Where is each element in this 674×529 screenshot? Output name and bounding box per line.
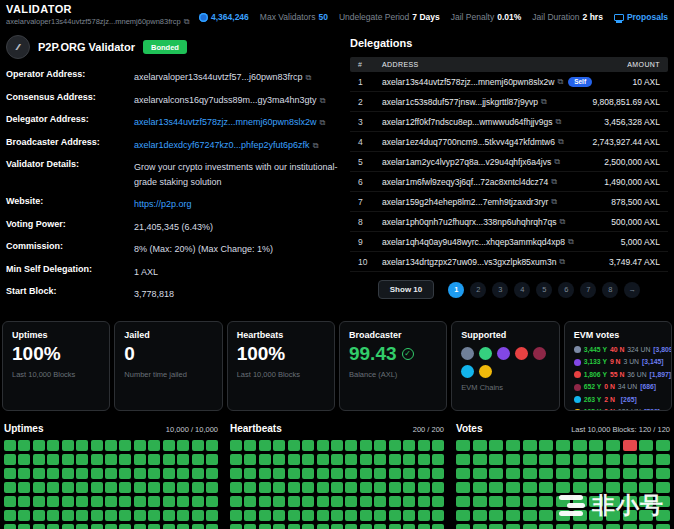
heatmap-cell[interactable] [230,482,242,494]
heatmap-cell[interactable] [403,454,415,466]
heatmap-cell[interactable] [317,510,329,522]
heatmap-cell[interactable] [177,482,189,494]
page-button[interactable]: 4 [514,282,530,298]
delegation-address[interactable]: axelar1ph0qnh7u2fhuqrx...338np6uhqhrqh7q… [382,217,556,227]
heatmap-cell[interactable] [456,454,470,466]
heatmap-cell[interactable] [119,482,131,494]
delegation-address[interactable]: axelar12ff0kf7ndscu8ep...wmwwud64fhjjv9g… [382,117,552,127]
heatmap-cell[interactable] [76,454,88,466]
heatmap-cell[interactable] [288,440,300,452]
heatmap-cell[interactable] [33,454,45,466]
delegation-address[interactable]: axelar13s44uvtzf578zjz...mnemj60pwn8slx2… [382,77,554,87]
page-button[interactable]: 7 [580,282,596,298]
heatmap-cell[interactable] [456,468,470,480]
heatmap-cell[interactable] [302,524,314,529]
heatmap-cell[interactable] [4,482,16,494]
heatmap-cell[interactable] [539,496,553,508]
heatmap-cell[interactable] [523,454,537,466]
page-button[interactable]: 5 [536,282,552,298]
heatmap-cell[interactable] [623,524,637,529]
heatmap-cell[interactable] [47,454,59,466]
heatmap-cell[interactable] [244,468,256,480]
heatmap-cell[interactable] [473,454,487,466]
heatmap-cell[interactable] [317,468,329,480]
heatmap-cell[interactable] [589,454,603,466]
heatmap-cell[interactable] [206,482,218,494]
heatmap-cell[interactable] [288,524,300,529]
heatmap-cell[interactable] [639,468,653,480]
delegation-address[interactable]: axelar1am2yc4lvyp27q8a...v29u4qhfjx6a4jv… [382,157,551,167]
heatmap-cell[interactable] [374,510,386,522]
heatmap-cell[interactable] [539,510,553,522]
copy-icon[interactable]: ⧉ [555,117,561,127]
heatmap-cell[interactable] [331,468,343,480]
heatmap-cell[interactable] [134,524,146,529]
heatmap-cell[interactable] [489,496,503,508]
heatmap-cell[interactable] [418,524,430,529]
heatmap-cell[interactable] [539,482,553,494]
heatmap-cell[interactable] [33,468,45,480]
heatmap-cell[interactable] [345,482,357,494]
heatmap-cell[interactable] [331,482,343,494]
heatmap-cell[interactable] [62,454,74,466]
heatmap-cell[interactable] [432,524,444,529]
heatmap-cell[interactable] [105,454,117,466]
heatmap-cell[interactable] [244,440,256,452]
heatmap-cell[interactable] [606,454,620,466]
heatmap-cell[interactable] [259,454,271,466]
heatmap-cell[interactable] [489,510,503,522]
heatmap-cell[interactable] [134,454,146,466]
heatmap-cell[interactable] [523,496,537,508]
heatmap-cell[interactable] [47,510,59,522]
delegation-address[interactable]: axelar1ez4duq7700ncm9...5tkvv4g47kfdmtw6 [382,137,555,147]
heatmap-cell[interactable] [47,468,59,480]
heatmap-cell[interactable] [389,510,401,522]
heatmap-cell[interactable] [163,468,175,480]
heatmap-cell[interactable] [163,454,175,466]
heatmap-cell[interactable] [302,454,314,466]
heatmap-cell-missed[interactable] [623,440,637,452]
heatmap-cell[interactable] [523,482,537,494]
heatmap-cell[interactable] [33,496,45,508]
heatmap-cell[interactable] [345,510,357,522]
copy-icon[interactable]: ⧉ [306,73,312,82]
copy-icon[interactable]: ⧉ [320,96,326,105]
heatmap-cell[interactable] [18,454,30,466]
heatmap-cell[interactable] [556,440,570,452]
heatmap-cell[interactable] [317,524,329,529]
heatmap-cell[interactable] [230,454,242,466]
heatmap-cell[interactable] [506,510,520,522]
heatmap-cell[interactable] [105,496,117,508]
heatmap-cell[interactable] [317,496,329,508]
proposals-label[interactable]: Proposals [627,12,668,22]
heatmap-cell[interactable] [273,524,285,529]
delegation-address[interactable]: axelar1c53s8duf577jnsw...jjskgrttl87j9yv… [382,97,538,107]
heatmap-cell[interactable] [18,524,30,529]
heatmap-cell[interactable] [62,440,74,452]
heatmap-cell[interactable] [119,440,131,452]
heatmap-cell[interactable] [589,468,603,480]
heatmap-cell[interactable] [62,496,74,508]
heatmap-cell[interactable] [389,496,401,508]
heatmap-cell[interactable] [573,468,587,480]
heatmap-cell[interactable] [473,440,487,452]
proposals-link[interactable]: Proposals [614,12,668,22]
page-button[interactable]: 1 [448,282,464,298]
heatmap-cell[interactable] [589,524,603,529]
heatmap-cell[interactable] [259,482,271,494]
heatmap-cell[interactable] [244,454,256,466]
heatmap-cell[interactable] [148,468,160,480]
heatmap-cell[interactable] [374,440,386,452]
heatmap-cell[interactable] [489,440,503,452]
heatmap-cell[interactable] [259,468,271,480]
heatmap-cell[interactable] [62,482,74,494]
heatmap-cell[interactable] [18,510,30,522]
copy-icon[interactable]: ⧉ [554,157,560,167]
heatmap-cell[interactable] [360,510,372,522]
page-size-button[interactable]: Show 10 [378,280,434,299]
heatmap-cell[interactable] [606,440,620,452]
heatmap-cell[interactable] [62,468,74,480]
heatmap-cell[interactable] [192,440,204,452]
heatmap-cell[interactable] [119,468,131,480]
heatmap-cell[interactable] [177,468,189,480]
